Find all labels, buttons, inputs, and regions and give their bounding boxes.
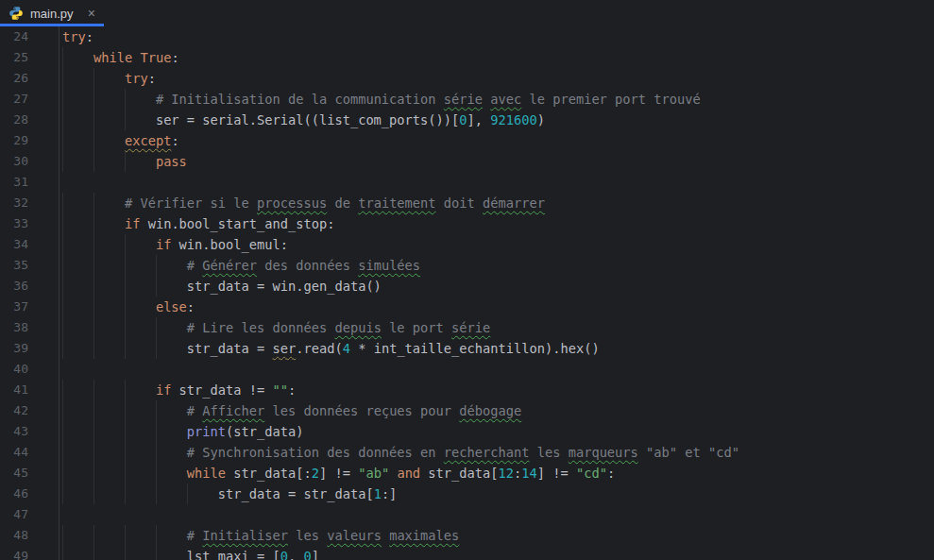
- line-number[interactable]: 41: [0, 380, 28, 400]
- code-line: 32 # Vérifier si le processus de traitem…: [0, 193, 934, 213]
- line-number[interactable]: 28: [0, 110, 28, 130]
- code-text: # Initialiser les valeurs maximales: [62, 525, 459, 546]
- tab-title: main.py: [30, 7, 74, 21]
- code-line: 36 str_data = win.gen_data(): [0, 276, 934, 297]
- code-text: str_data = str_data[1:]: [62, 484, 397, 504]
- code-line: 42 # Afficher les données reçues pour dé…: [0, 400, 934, 421]
- code-text: try:: [62, 26, 93, 47]
- line-number[interactable]: 37: [0, 297, 28, 317]
- code-text: pass: [62, 151, 187, 172]
- line-number[interactable]: 32: [0, 193, 28, 213]
- code-line: 28 ser = serial.Serial((list_com_ports()…: [0, 110, 934, 130]
- line-number[interactable]: 38: [0, 317, 28, 338]
- code-line: 27 # Initialisation de la communication …: [0, 89, 934, 110]
- code-text: print(str_data): [62, 421, 303, 442]
- code-text: str_data = ser.read(4 * int_taille_echan…: [62, 338, 600, 359]
- code-line: 38 # Lire les données depuis le port sér…: [0, 317, 934, 338]
- code-text: lst_maxi = [0, 0]: [62, 546, 319, 560]
- code-line: 31: [0, 172, 934, 193]
- line-number[interactable]: 46: [0, 484, 28, 504]
- line-number[interactable]: 34: [0, 234, 28, 255]
- code-line: 43 print(str_data): [0, 421, 934, 442]
- line-number[interactable]: 48: [0, 525, 28, 546]
- code-text: # Générer des données simulées: [62, 255, 420, 276]
- line-number[interactable]: 24: [0, 26, 28, 47]
- line-number[interactable]: 39: [0, 338, 28, 359]
- line-number[interactable]: 36: [0, 276, 28, 297]
- code-line: 46 str_data = str_data[1:]: [0, 484, 934, 504]
- code-line: 35 # Générer des données simulées: [0, 255, 934, 276]
- tab-main-py[interactable]: main.py ×: [0, 0, 104, 26]
- code-text: while str_data[:2] != "ab" and str_data[…: [62, 463, 615, 484]
- code-text: else:: [62, 297, 195, 317]
- code-line: 39 str_data = ser.read(4 * int_taille_ec…: [0, 338, 934, 359]
- code-editor[interactable]: 24try:25 while True:26 try:27 # Initiali…: [0, 26, 934, 560]
- line-number[interactable]: 26: [0, 68, 28, 89]
- code-text: # Afficher les données reçues pour débog…: [62, 400, 521, 421]
- code-line: 48 # Initialiser les valeurs maximales: [0, 525, 934, 546]
- line-number[interactable]: 27: [0, 89, 28, 110]
- code-text: while True:: [62, 47, 179, 68]
- code-line: 41 if str_data != "":: [0, 380, 934, 400]
- line-number[interactable]: 42: [0, 400, 28, 421]
- code-line: 33 if win.bool_start_and_stop:: [0, 213, 934, 234]
- line-number[interactable]: 40: [0, 359, 28, 380]
- code-line: 49 lst_maxi = [0, 0]: [0, 546, 934, 560]
- code-line: 29 except:: [0, 130, 934, 151]
- code-line: 37 else:: [0, 297, 934, 317]
- code-line: 40: [0, 359, 934, 380]
- line-number[interactable]: 43: [0, 421, 28, 442]
- code-line: 47: [0, 504, 934, 525]
- ide-window: main.py × 24try:25 while True:26 try:27 …: [0, 0, 934, 560]
- line-number[interactable]: 30: [0, 151, 28, 172]
- code-line: 44 # Synchronisation des données en rech…: [0, 442, 934, 463]
- code-line: 26 try:: [0, 68, 934, 89]
- code-text: if win.bool_start_and_stop:: [62, 213, 334, 234]
- code-text: # Lire les données depuis le port série: [62, 317, 490, 338]
- code-text: # Initialisation de la communication sér…: [62, 89, 701, 110]
- code-text: if str_data != "":: [62, 380, 296, 400]
- line-number[interactable]: 33: [0, 213, 28, 234]
- code-line: 30 pass: [0, 151, 934, 172]
- python-file-icon: [8, 6, 24, 21]
- line-number[interactable]: 25: [0, 47, 28, 68]
- line-number[interactable]: 35: [0, 255, 28, 276]
- line-number[interactable]: 44: [0, 442, 28, 463]
- code-text: except:: [62, 130, 179, 151]
- code-text: str_data = win.gen_data(): [62, 276, 382, 297]
- line-number[interactable]: 49: [0, 546, 28, 560]
- close-icon[interactable]: ×: [88, 7, 95, 20]
- code-text: try:: [62, 68, 156, 89]
- code-line: 45 while str_data[:2] != "ab" and str_da…: [0, 463, 934, 484]
- code-line: 34 if win.bool_emul:: [0, 234, 934, 255]
- code-text: ser = serial.Serial((list_com_ports())[0…: [62, 110, 545, 130]
- line-number[interactable]: 47: [0, 504, 28, 525]
- code-line: 25 while True:: [0, 47, 934, 68]
- line-number[interactable]: 31: [0, 172, 28, 193]
- code-line: 24try:: [0, 26, 934, 47]
- line-number[interactable]: 29: [0, 130, 28, 151]
- code-text: if win.bool_emul:: [62, 234, 288, 255]
- editor-tab-bar: main.py ×: [0, 0, 934, 26]
- line-number[interactable]: 45: [0, 463, 28, 484]
- code-text: # Vérifier si le processus de traitement…: [62, 193, 545, 213]
- code-text: # Synchronisation des données en recherc…: [62, 442, 739, 463]
